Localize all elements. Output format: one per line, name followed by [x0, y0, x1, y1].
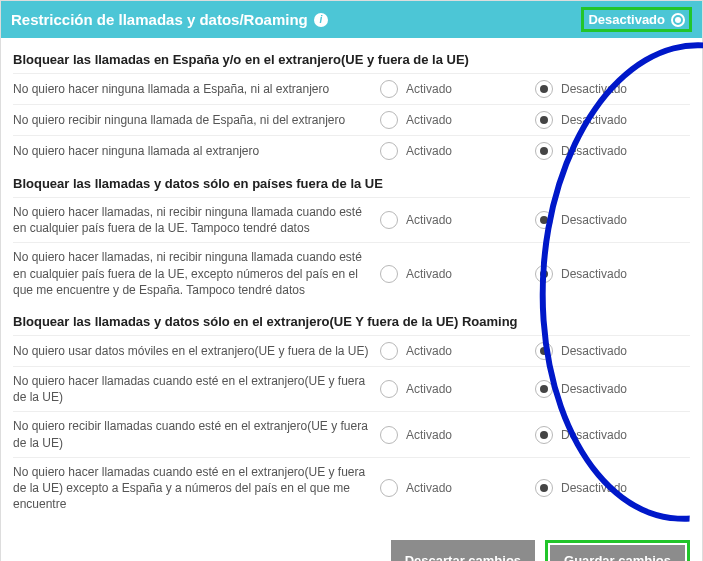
radio-label: Activado — [406, 267, 452, 281]
radio-label: Activado — [406, 382, 452, 396]
radio-activado[interactable] — [380, 426, 398, 444]
option-row: No quiero hacer llamadas cuando esté en … — [13, 457, 690, 519]
option-activado[interactable]: Activado — [380, 479, 535, 497]
option-desactivado[interactable]: Desactivado — [535, 479, 690, 497]
save-button[interactable]: Guardar cambios — [550, 545, 685, 561]
option-desactivado[interactable]: Desactivado — [535, 142, 690, 160]
option-row: No quiero hacer llamadas, ni recibir nin… — [13, 242, 690, 304]
option-description: No quiero recibir ninguna llamada de Esp… — [13, 112, 380, 128]
radio-label: Desactivado — [561, 82, 627, 96]
panel-content: Bloquear las llamadas en España y/o en e… — [1, 38, 702, 530]
save-highlight: Guardar cambios — [545, 540, 690, 561]
option-row: No quiero hacer ninguna llamada al extra… — [13, 135, 690, 166]
radio-label: Activado — [406, 82, 452, 96]
radio-desactivado[interactable] — [535, 142, 553, 160]
radio-label: Activado — [406, 213, 452, 227]
section-title: Bloquear las llamadas y datos sólo en el… — [13, 304, 690, 335]
option-row: No quiero hacer llamadas cuando esté en … — [13, 366, 690, 411]
settings-panel: Restricción de llamadas y datos/Roaming … — [0, 0, 703, 561]
option-activado[interactable]: Activado — [380, 265, 535, 283]
radio-label: Activado — [406, 481, 452, 495]
radio-desactivado[interactable] — [535, 111, 553, 129]
radio-desactivado[interactable] — [535, 265, 553, 283]
option-row: No quiero hacer llamadas, ni recibir nin… — [13, 197, 690, 242]
status-radio-icon — [671, 13, 685, 27]
radio-desactivado[interactable] — [535, 80, 553, 98]
option-activado[interactable]: Activado — [380, 426, 535, 444]
option-desactivado[interactable]: Desactivado — [535, 211, 690, 229]
option-desactivado[interactable]: Desactivado — [535, 80, 690, 98]
option-row: No quiero recibir llamadas cuando esté e… — [13, 411, 690, 456]
option-description: No quiero usar datos móviles en el extra… — [13, 343, 380, 359]
radio-activado[interactable] — [380, 80, 398, 98]
option-desactivado[interactable]: Desactivado — [535, 426, 690, 444]
option-activado[interactable]: Activado — [380, 342, 535, 360]
panel-footer: Descartar cambios Guardar cambios — [1, 530, 702, 561]
option-description: No quiero hacer llamadas, ni recibir nin… — [13, 204, 380, 236]
radio-activado[interactable] — [380, 479, 398, 497]
option-description: No quiero hacer llamadas, ni recibir nin… — [13, 249, 380, 298]
section-title: Bloquear las llamadas y datos sólo en pa… — [13, 166, 690, 197]
option-description: No quiero hacer llamadas cuando esté en … — [13, 373, 380, 405]
option-activado[interactable]: Activado — [380, 142, 535, 160]
global-status[interactable]: Desactivado — [581, 7, 692, 32]
info-icon[interactable]: i — [314, 13, 328, 27]
radio-label: Activado — [406, 428, 452, 442]
option-activado[interactable]: Activado — [380, 80, 535, 98]
option-row: No quiero usar datos móviles en el extra… — [13, 335, 690, 366]
radio-label: Activado — [406, 113, 452, 127]
option-activado[interactable]: Activado — [380, 380, 535, 398]
radio-activado[interactable] — [380, 342, 398, 360]
radio-label: Activado — [406, 144, 452, 158]
radio-label: Desactivado — [561, 113, 627, 127]
radio-desactivado[interactable] — [535, 342, 553, 360]
option-row: No quiero hacer ninguna llamada a España… — [13, 73, 690, 104]
radio-activado[interactable] — [380, 380, 398, 398]
radio-desactivado[interactable] — [535, 211, 553, 229]
radio-activado[interactable] — [380, 142, 398, 160]
radio-label: Desactivado — [561, 428, 627, 442]
option-activado[interactable]: Activado — [380, 211, 535, 229]
radio-label: Desactivado — [561, 344, 627, 358]
option-desactivado[interactable]: Desactivado — [535, 380, 690, 398]
radio-activado[interactable] — [380, 265, 398, 283]
section-title: Bloquear las llamadas en España y/o en e… — [13, 42, 690, 73]
option-desactivado[interactable]: Desactivado — [535, 342, 690, 360]
option-description: No quiero recibir llamadas cuando esté e… — [13, 418, 380, 450]
option-description: No quiero hacer ninguna llamada a España… — [13, 81, 380, 97]
option-description: No quiero hacer llamadas cuando esté en … — [13, 464, 380, 513]
panel-header: Restricción de llamadas y datos/Roaming … — [1, 1, 702, 38]
radio-activado[interactable] — [380, 211, 398, 229]
option-activado[interactable]: Activado — [380, 111, 535, 129]
radio-label: Desactivado — [561, 144, 627, 158]
radio-desactivado[interactable] — [535, 380, 553, 398]
radio-desactivado[interactable] — [535, 426, 553, 444]
radio-activado[interactable] — [380, 111, 398, 129]
option-desactivado[interactable]: Desactivado — [535, 265, 690, 283]
option-row: No quiero recibir ninguna llamada de Esp… — [13, 104, 690, 135]
option-desactivado[interactable]: Desactivado — [535, 111, 690, 129]
radio-label: Desactivado — [561, 267, 627, 281]
radio-desactivado[interactable] — [535, 479, 553, 497]
radio-label: Desactivado — [561, 213, 627, 227]
option-description: No quiero hacer ninguna llamada al extra… — [13, 143, 380, 159]
global-status-label: Desactivado — [588, 12, 665, 27]
discard-button[interactable]: Descartar cambios — [391, 540, 535, 561]
panel-title: Restricción de llamadas y datos/Roaming — [11, 11, 308, 28]
radio-label: Activado — [406, 344, 452, 358]
radio-label: Desactivado — [561, 382, 627, 396]
radio-label: Desactivado — [561, 481, 627, 495]
